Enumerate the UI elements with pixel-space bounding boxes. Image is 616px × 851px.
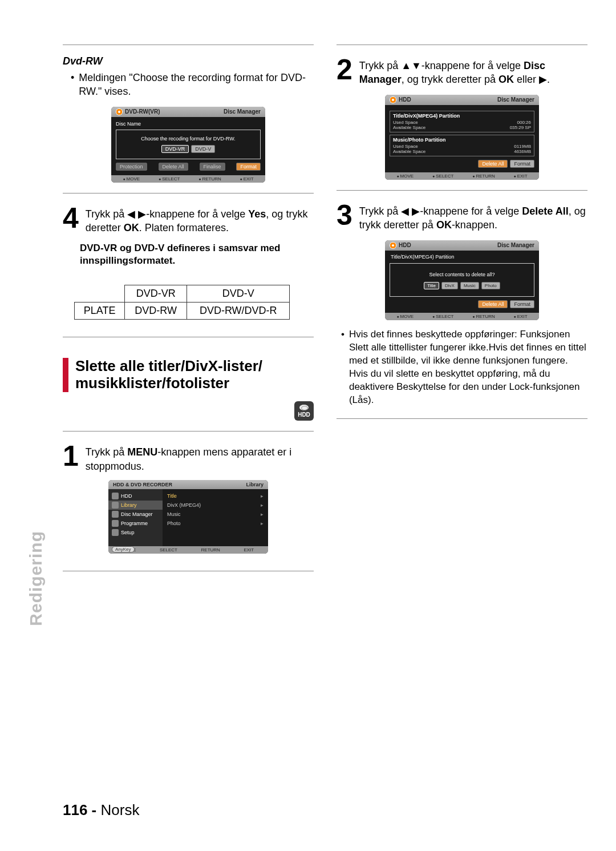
cell: DVD-RW [125, 303, 187, 320]
table-row: PLATE DVD-RW DVD-RW/DVD-R [75, 303, 290, 320]
panel-body: Title/DivX(MPEG4) Partition Select conte… [385, 251, 539, 313]
library-header: HDD & DVD RECORDER Library [108, 480, 268, 489]
divider [63, 431, 314, 431]
btn-music[interactable]: Music [460, 282, 479, 289]
hint-move: MOVE [396, 174, 414, 179]
hdd-icon [390, 96, 396, 103]
library-panel: HDD & DVD RECORDER Library HDD Library D… [108, 480, 268, 554]
panel-body: Disc Name Choose the recoding format for… [111, 117, 265, 175]
panel-header-left: HDD [390, 242, 411, 249]
btn-photo[interactable]: Photo [481, 282, 500, 289]
format-choice-buttons: DVD-VR DVD-V [120, 145, 257, 153]
cell: DVD-V [187, 285, 290, 303]
divider [63, 571, 314, 571]
dvdrw-msg: Meldingen "Choose the recording format f… [79, 71, 314, 99]
list-item-divx[interactable]: DivX (MPEG4) [167, 501, 264, 510]
group-title: Title/DivX(MPEG4) Partition [393, 113, 531, 119]
disc-icon [116, 108, 123, 115]
page-lang: Norsk [101, 801, 140, 818]
page-footer: 116 - Norsk [63, 801, 139, 819]
btn-divx[interactable]: DivX [441, 282, 458, 289]
list-item-title[interactable]: Title [167, 491, 264, 501]
panel-bottom-buttons: Delete All Format [390, 160, 534, 168]
chevron-right-icon [261, 521, 264, 526]
row: Available Space4636MB [393, 149, 531, 154]
step-4: 4 Trykk på ◀ ▶-knappene for å velge Yes,… [63, 204, 314, 235]
disc-manager-icon [112, 511, 119, 518]
library-right-list: Title DivX (MPEG4) Music Photo [163, 489, 268, 546]
panel-bottom-buttons: Protection Delete All Finalise Format [116, 163, 261, 171]
btn-finalise[interactable]: Finalise [200, 163, 225, 171]
btn-dvd-vr[interactable]: DVD-VR [161, 145, 189, 153]
panel-header-right: Disc Manager [497, 96, 534, 103]
list-item-music[interactable]: Music [167, 510, 264, 519]
btn-title[interactable]: Title [424, 282, 439, 289]
content-type-buttons: Title DivX Music Photo [394, 282, 530, 289]
btn-format[interactable]: Format [510, 160, 534, 168]
disc-name-row: Disc Name [116, 120, 261, 127]
btn-dvd-v[interactable]: DVD-V [191, 145, 215, 153]
note-item: Hvis det finnes beskyttede oppføringer: … [341, 328, 587, 407]
step-text: Trykk på ▲▼-knappene for å velge Disc Ma… [359, 55, 587, 87]
row: Used Space000:26 [393, 120, 531, 125]
chapter-tab: Redigering [26, 531, 46, 626]
programme-icon [112, 520, 119, 527]
hdd-icon [390, 242, 396, 249]
hint-return: RETURN [198, 176, 221, 182]
dvdrw-heading: Dvd-RW [63, 55, 314, 67]
hdd-icon [299, 405, 309, 410]
step-number: 4 [63, 204, 79, 232]
arrow-left-right-icon: ◀ ▶ [127, 208, 146, 220]
hint-select: SELECT [160, 547, 177, 552]
btn-delete-all[interactable]: Delete All [478, 300, 508, 308]
group-title: Music/Photo Partition [393, 137, 531, 143]
hdd-badge: HDD [294, 401, 314, 421]
list-item-photo[interactable]: Photo [167, 519, 264, 528]
panel-prompt: Choose the recoding format for DVD-RW. D… [116, 130, 261, 159]
step-1: 1 Trykk på MENU-knappen mens apparatet e… [63, 442, 314, 473]
divider [63, 45, 314, 45]
btn-format[interactable]: Format [236, 163, 261, 171]
step-text: Trykk på MENU-knappen mens apparatet er … [86, 442, 314, 473]
cell: DVD-VR [125, 285, 187, 303]
page-columns: Dvd-RW Meldingen "Choose the recording f… [29, 34, 587, 582]
panel-prompt: Select contents to delete all? Title Div… [390, 263, 534, 297]
disc-manager-panel-hdd: HDD Disc Manager Title/DivX(MPEG4) Parti… [385, 95, 539, 180]
menu-item-hdd[interactable]: HDD [108, 491, 163, 501]
panel-header-left: HDD [390, 96, 411, 103]
panel-header-right: Disc Manager [224, 108, 261, 115]
panel-header: HDD Disc Manager [385, 240, 539, 251]
format-table: DVD-VR DVD-V PLATE DVD-RW DVD-RW/DVD-R [74, 285, 290, 320]
divider [63, 337, 314, 337]
panel-header: HDD Disc Manager [385, 95, 539, 105]
title-bar-icon [63, 358, 68, 392]
library-icon [112, 502, 119, 509]
menu-item-disc-manager[interactable]: Disc Manager [108, 510, 163, 519]
step-2: 2 Trykk på ▲▼-knappene for å velge Disc … [337, 55, 587, 87]
divider [337, 45, 587, 45]
btn-delete-all[interactable]: Delete All [478, 160, 508, 168]
step-number: 2 [337, 55, 352, 84]
hdd-badge-row: HDD [63, 398, 314, 421]
panel-header-left: DVD-RW(VR) [116, 108, 160, 115]
menu-item-programme[interactable]: Programme [108, 519, 163, 528]
hint-move: MOVE [123, 176, 140, 182]
menu-item-library[interactable]: Library [108, 501, 163, 510]
hint-return: RETURN [472, 314, 495, 319]
hint-exit: EXIT [514, 314, 528, 319]
btn-protection[interactable]: Protection [116, 163, 147, 171]
panel-footer: MOVE SELECT RETURN EXIT [385, 172, 539, 180]
hint-return: RETURN [472, 174, 495, 179]
anykey-badge: AnyKey [112, 546, 135, 552]
panel-footer: MOVE SELECT RETURN EXIT [385, 313, 539, 320]
hint-return: RETURN [201, 547, 220, 552]
partition-group-1: Title/DivX(MPEG4) Partition Used Space00… [390, 111, 534, 132]
row: Used Space0119MB [393, 144, 531, 149]
btn-format[interactable]: Format [510, 300, 534, 308]
arrow-up-down-icon: ▲▼ [401, 60, 422, 71]
left-column: Dvd-RW Meldingen "Choose the recording f… [63, 34, 314, 582]
btn-delete-all[interactable]: Delete All [159, 163, 188, 171]
library-header-left: HDD & DVD RECORDER [113, 482, 172, 487]
menu-item-setup[interactable]: Setup [108, 528, 163, 537]
chevron-right-icon [261, 511, 264, 517]
